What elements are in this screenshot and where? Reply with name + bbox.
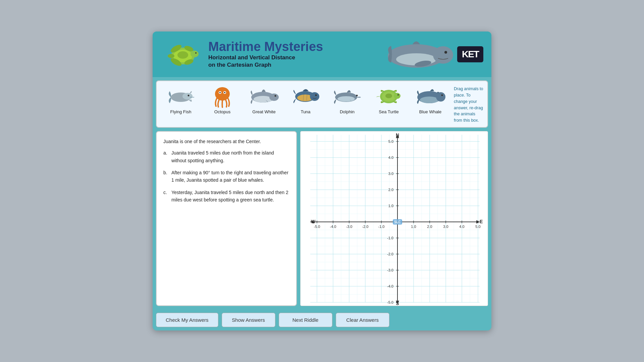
tuna-label: Tuna bbox=[301, 109, 310, 114]
svg-point-35 bbox=[356, 95, 358, 97]
east-label: E bbox=[480, 219, 483, 224]
svg-point-2 bbox=[177, 51, 188, 59]
main-content: Juanita is one of the researchers at the… bbox=[153, 131, 491, 309]
svg-point-42 bbox=[420, 97, 439, 103]
svg-text:1.0: 1.0 bbox=[388, 204, 393, 208]
svg-point-22 bbox=[224, 92, 225, 93]
clear-answers-button[interactable]: Clear Answers bbox=[336, 313, 389, 327]
svg-point-30 bbox=[315, 95, 317, 96]
animal-sea-turtle[interactable]: Sea Turtle bbox=[369, 84, 409, 114]
list-letter-c: c. bbox=[163, 189, 167, 196]
octopus-label: Octopus bbox=[214, 109, 230, 114]
svg-text:-3.0: -3.0 bbox=[346, 225, 353, 229]
problem-list: a. Juanita traveled 5 miles due north fr… bbox=[163, 149, 289, 203]
svg-point-12 bbox=[433, 46, 453, 64]
app-subtitle: Horizontal and Vertical Distance on the … bbox=[208, 54, 323, 69]
svg-point-17 bbox=[188, 95, 190, 97]
svg-point-25 bbox=[269, 94, 279, 101]
svg-text:-1.0: -1.0 bbox=[387, 236, 393, 240]
svg-text:-5.0: -5.0 bbox=[387, 300, 393, 304]
animal-tuna[interactable]: Tuna bbox=[285, 84, 326, 114]
svg-point-40 bbox=[397, 94, 399, 96]
flying-fish-icon bbox=[166, 84, 196, 108]
list-letter-a: a. bbox=[163, 149, 167, 157]
animal-tray-animals: Flying Fish bbox=[161, 84, 450, 114]
animal-flying-fish[interactable]: Flying Fish bbox=[161, 84, 201, 114]
svg-text:-3.0: -3.0 bbox=[387, 268, 393, 272]
svg-point-45 bbox=[437, 92, 439, 93]
svg-text:-2.0: -2.0 bbox=[362, 225, 369, 229]
svg-text:3.0: 3.0 bbox=[443, 225, 448, 229]
north-label: N bbox=[396, 132, 399, 138]
svg-text:-4.0: -4.0 bbox=[387, 284, 393, 288]
flying-fish-label: Flying Fish bbox=[170, 109, 192, 114]
svg-text:4.0: 4.0 bbox=[388, 156, 393, 160]
west-label: W bbox=[311, 219, 316, 224]
header: Maritime Mysteries Horizontal and Vertic… bbox=[153, 32, 491, 77]
svg-text:5.0: 5.0 bbox=[388, 139, 393, 143]
dolphin-label: Dolphin bbox=[340, 109, 355, 114]
svg-text:2.0: 2.0 bbox=[388, 188, 393, 192]
problem-item-a: Juanita traveled 5 miles due north from … bbox=[171, 150, 274, 163]
next-riddle-button[interactable]: Next Riddle bbox=[279, 313, 332, 327]
animal-tray: Flying Fish bbox=[156, 80, 488, 128]
svg-point-9 bbox=[168, 54, 174, 58]
graph-canvas[interactable]: -5.0 -4.0 -3.0 -2.0 -1.0 1.0 2.0 3.0 4.0… bbox=[301, 131, 488, 306]
svg-text:-5.0: -5.0 bbox=[314, 225, 320, 229]
svg-text:5.0: 5.0 bbox=[475, 225, 480, 229]
show-answers-button[interactable]: Show Answers bbox=[222, 313, 275, 327]
octopus-icon bbox=[207, 84, 237, 108]
svg-point-43 bbox=[436, 92, 445, 102]
svg-text:-1.0: -1.0 bbox=[378, 225, 385, 229]
svg-point-39 bbox=[394, 93, 400, 99]
dolphin-icon bbox=[332, 84, 362, 108]
list-item: c. Yesterday, Juanita traveled 5 miles d… bbox=[163, 189, 289, 204]
check-answers-button[interactable]: Check My Answers bbox=[156, 313, 218, 327]
svg-text:-2.0: -2.0 bbox=[387, 252, 393, 256]
header-right: KET bbox=[386, 38, 483, 71]
animal-octopus[interactable]: Octopus bbox=[202, 84, 243, 114]
list-item: a. Juanita traveled 5 miles due north fr… bbox=[163, 149, 289, 164]
problem-item-c: Yesterday, Juanita traveled 5 miles due … bbox=[171, 190, 288, 202]
header-title-block: Maritime Mysteries Horizontal and Vertic… bbox=[208, 40, 323, 69]
svg-text:3.0: 3.0 bbox=[388, 172, 393, 176]
problem-intro: Juanita is one of the researchers at the… bbox=[163, 138, 289, 145]
svg-point-3 bbox=[191, 51, 199, 57]
list-item: b. After making a 90° turn to the right … bbox=[163, 169, 289, 184]
problem-item-b: After making a 90° turn to the right and… bbox=[171, 170, 288, 183]
app-title: Maritime Mysteries bbox=[208, 40, 323, 54]
buttons-row: Check My Answers Show Answers Next Riddl… bbox=[156, 313, 488, 327]
blue-whale-label: Blue Whale bbox=[419, 109, 441, 114]
svg-point-26 bbox=[275, 95, 276, 97]
blue-whale-icon bbox=[415, 84, 445, 108]
sea-turtle-icon bbox=[374, 84, 404, 108]
svg-point-4 bbox=[195, 52, 197, 54]
svg-point-34 bbox=[337, 96, 355, 102]
svg-text:2.0: 2.0 bbox=[427, 225, 432, 229]
app-container: Maritime Mysteries Horizontal and Vertic… bbox=[153, 32, 491, 330]
whale-icon bbox=[386, 38, 453, 71]
animal-blue-whale[interactable]: Blue Whale bbox=[410, 84, 450, 114]
svg-point-29 bbox=[310, 92, 319, 101]
svg-text:1.0: 1.0 bbox=[411, 225, 416, 229]
sea-turtle-label: Sea Turtle bbox=[379, 109, 398, 114]
origin-label: SLC bbox=[394, 220, 401, 224]
animal-great-white[interactable]: Great White bbox=[244, 84, 284, 114]
tuna-icon bbox=[290, 84, 321, 108]
turtle-icon bbox=[159, 39, 203, 69]
great-white-label: Great White bbox=[252, 109, 275, 114]
svg-point-21 bbox=[219, 92, 221, 93]
great-white-icon bbox=[249, 84, 279, 108]
svg-point-44 bbox=[441, 95, 443, 96]
graph-panel: -5.0 -4.0 -3.0 -2.0 -1.0 1.0 2.0 3.0 4.0… bbox=[300, 131, 488, 306]
svg-text:4.0: 4.0 bbox=[459, 225, 464, 229]
problem-panel: Juanita is one of the researchers at the… bbox=[156, 131, 297, 306]
svg-point-16 bbox=[182, 93, 193, 100]
svg-point-13 bbox=[444, 51, 447, 54]
svg-point-38 bbox=[385, 94, 392, 98]
svg-text:-4.0: -4.0 bbox=[330, 225, 336, 229]
header-left: Maritime Mysteries Horizontal and Vertic… bbox=[159, 39, 323, 69]
animal-dolphin[interactable]: Dolphin bbox=[327, 84, 367, 114]
tray-instructions: Drag animals to place. To change your an… bbox=[450, 84, 483, 124]
list-letter-b: b. bbox=[163, 169, 167, 176]
